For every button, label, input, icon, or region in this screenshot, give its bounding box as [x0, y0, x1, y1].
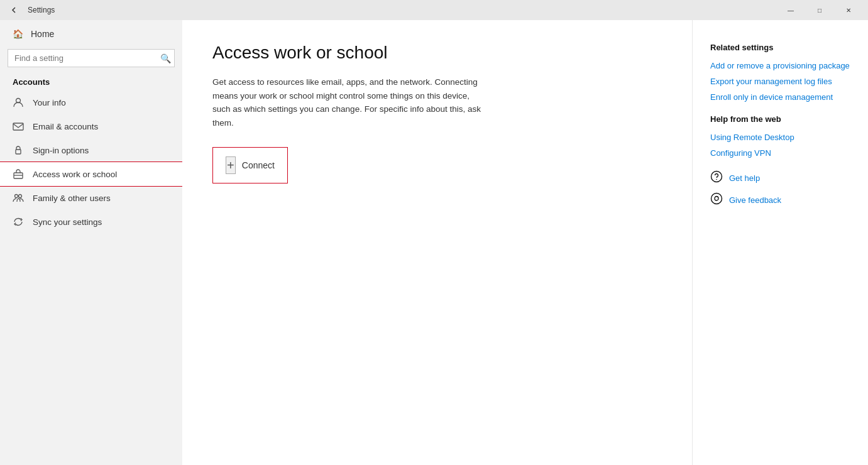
help-from-web-title: Help from the web — [710, 114, 850, 124]
get-help-item[interactable]: Get help — [710, 170, 850, 186]
sidebar: 🏠 Home 🔍 Accounts Your info — [0, 20, 182, 465]
search-container: 🔍 — [8, 49, 175, 67]
search-input[interactable] — [8, 49, 175, 67]
right-panel: Related settings Add or remove a provisi… — [692, 20, 868, 465]
back-button[interactable] — [5, 1, 23, 19]
svg-point-8 — [711, 194, 722, 204]
signin-icon — [13, 145, 24, 156]
sidebar-section-title: Accounts — [0, 74, 182, 90]
work-icon — [13, 168, 24, 180]
maximize-button[interactable]: □ — [805, 0, 834, 20]
app-title: Settings — [28, 6, 771, 14]
app-container: 🏠 Home 🔍 Accounts Your info — [0, 20, 868, 465]
family-icon — [13, 192, 24, 204]
your-info-icon — [13, 97, 24, 108]
svg-point-7 — [716, 179, 717, 180]
page-description: Get access to resources like email, apps… — [212, 75, 489, 129]
connect-button[interactable]: + Connect — [212, 147, 288, 183]
sidebar-item-email-accounts[interactable]: Email & accounts — [0, 114, 182, 138]
family-users-label: Family & other users — [33, 194, 111, 203]
get-help-label: Get help — [729, 173, 760, 183]
enroll-device-link[interactable]: Enroll only in device management — [710, 92, 850, 102]
related-settings-title: Related settings — [710, 43, 850, 52]
sidebar-item-home[interactable]: 🏠 Home — [0, 23, 182, 45]
svg-rect-2 — [16, 150, 21, 154]
title-bar: Settings — □ ✕ — [0, 0, 868, 20]
window-controls: — □ ✕ — [776, 0, 863, 20]
access-work-label: Access work or school — [33, 170, 117, 179]
svg-rect-1 — [13, 123, 23, 130]
sidebar-item-sign-in[interactable]: Sign-in options — [0, 138, 182, 162]
home-label: Home — [31, 29, 54, 39]
email-accounts-label: Email & accounts — [33, 122, 98, 131]
your-info-label: Your info — [33, 98, 66, 107]
give-feedback-item[interactable]: Give feedback — [710, 192, 850, 208]
connect-label: Connect — [242, 160, 275, 170]
close-button[interactable]: ✕ — [834, 0, 863, 20]
page-title: Access work or school — [212, 43, 662, 63]
main-content: Access work or school Get access to reso… — [182, 20, 692, 465]
email-icon — [13, 121, 24, 132]
svg-point-5 — [19, 195, 22, 198]
sidebar-item-your-info[interactable]: Your info — [0, 90, 182, 114]
export-logs-link[interactable]: Export your management log files — [710, 77, 850, 86]
home-icon: 🏠 — [13, 29, 23, 39]
remote-desktop-link[interactable]: Using Remote Desktop — [710, 133, 850, 142]
get-help-icon — [710, 170, 723, 186]
provisioning-link[interactable]: Add or remove a provisioning package — [710, 61, 850, 70]
sync-icon — [13, 216, 24, 227]
vpn-link[interactable]: Configuring VPN — [710, 148, 850, 158]
plus-icon: + — [226, 156, 236, 174]
sidebar-item-sync-settings[interactable]: Sync your settings — [0, 210, 182, 234]
sidebar-item-family-users[interactable]: Family & other users — [0, 186, 182, 210]
svg-point-4 — [15, 195, 18, 198]
sync-settings-label: Sync your settings — [33, 217, 102, 227]
give-feedback-label: Give feedback — [729, 195, 781, 205]
sign-in-label: Sign-in options — [33, 146, 89, 155]
minimize-button[interactable]: — — [776, 0, 805, 20]
search-icon[interactable]: 🔍 — [160, 53, 171, 63]
sidebar-item-access-work[interactable]: Access work or school — [0, 162, 182, 186]
give-feedback-icon — [710, 192, 723, 208]
